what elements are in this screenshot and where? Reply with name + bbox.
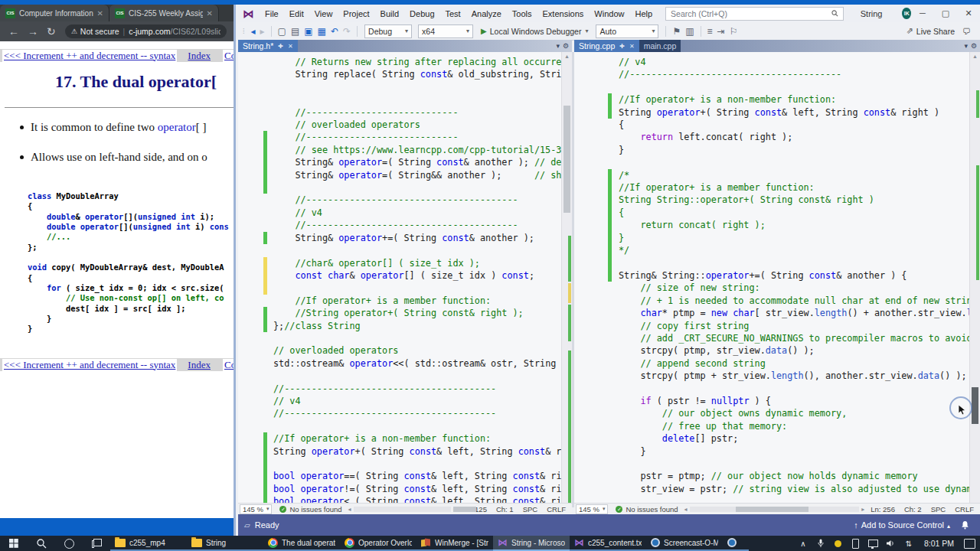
taskbar-search-icon[interactable] — [28, 536, 55, 551]
line-ending[interactable]: CRLF — [547, 505, 566, 514]
editor-options-icon[interactable]: ⚙ — [563, 42, 569, 50]
taskbar-button-visual-studio[interactable]: ⋈ String - Microsoft Vis... — [493, 536, 570, 551]
pin-icon[interactable]: ✚ — [278, 43, 283, 50]
build-icon[interactable]: ▥ — [685, 26, 694, 37]
taskbar-button-screencast-recorder[interactable] — [723, 536, 749, 551]
line-ending[interactable]: CRLF — [955, 505, 974, 514]
menu-file[interactable]: File — [260, 9, 284, 18]
notifications-bell-icon[interactable] — [961, 520, 969, 530]
navigate-back-icon[interactable]: ◂ — [251, 26, 256, 37]
close-icon[interactable]: ✕ — [288, 43, 293, 50]
menu-tools[interactable]: Tools — [507, 9, 537, 18]
menu-window[interactable]: Window — [589, 9, 629, 18]
horizontal-scrollbar[interactable]: ◂ ▸ — [684, 506, 865, 513]
horizontal-scrollbar[interactable]: ◂ ▸ — [348, 506, 457, 513]
microphone-icon[interactable] — [815, 539, 826, 548]
solution-config-dropdown[interactable]: Debug▾ — [364, 24, 412, 38]
start-button[interactable] — [0, 536, 28, 551]
menu-extensions[interactable]: Extensions — [537, 9, 590, 18]
cortana-reminder-icon[interactable] — [833, 540, 844, 547]
minimize-button[interactable]: ─ — [911, 8, 934, 18]
line-indicator[interactable]: Ln: 256 — [871, 505, 895, 514]
taskbar-button-chrome-dual-operator[interactable]: The dual operator[] id... — [263, 536, 340, 551]
scroll-right-icon[interactable]: ▸ — [861, 506, 864, 513]
editor-string-cpp[interactable]: // v4//---------------------------------… — [574, 52, 980, 507]
save-all-icon[interactable]: ▦ — [318, 26, 326, 37]
editor-options-icon[interactable]: ⚙ — [971, 42, 977, 50]
pin-icon[interactable]: ✚ — [619, 43, 625, 50]
next-page-link[interactable]: Conve — [223, 50, 234, 62]
prev-page-link[interactable]: <<< Increment ++ and decrement -- syntax — [2, 50, 177, 62]
menu-test[interactable]: Test — [440, 9, 466, 18]
save-icon[interactable]: ▣ — [304, 26, 312, 37]
scrollbar-thumb[interactable] — [453, 507, 476, 512]
menu-view[interactable]: View — [309, 9, 338, 18]
vertical-scrollbar[interactable]: ▲ — [969, 52, 980, 507]
address-bar[interactable]: ⚠ Not secure | c-jump.com /CIS62/L09slid… — [65, 24, 227, 38]
platform-dropdown[interactable]: x64▾ — [418, 24, 473, 38]
forward-icon[interactable]: → — [28, 25, 38, 37]
taskbar-clock[interactable]: 8:01 PM — [924, 539, 954, 548]
editor-string-h[interactable]: // Returns new string after replacing al… — [238, 52, 572, 507]
column-indicator[interactable]: Ch: 2 — [904, 505, 922, 514]
tab-string-cpp[interactable]: String.cpp ✚ ✕ — [574, 40, 639, 52]
menu-build[interactable]: Build — [375, 9, 404, 18]
menu-debug[interactable]: Debug — [404, 9, 439, 18]
add-to-source-control-button[interactable]: ↑Add to Source Control▴ — [854, 520, 950, 530]
live-share-button[interactable]: ⇗ Live Share 🗩 — [906, 26, 974, 36]
taskbar-button-winmerge[interactable]: WinMerge - [String.c... — [416, 536, 493, 551]
menu-analyze[interactable]: Analyze — [466, 9, 507, 18]
scrollbar-thumb[interactable] — [564, 106, 570, 213]
bookmark-icon[interactable]: ⚐ — [730, 26, 738, 37]
taskbar-button-c255-mp4[interactable]: c255_mp4 — [110, 536, 187, 551]
scroll-up-icon[interactable]: ▲ — [972, 54, 978, 59]
volume-icon[interactable] — [886, 540, 897, 547]
menu-help[interactable]: Help — [629, 9, 658, 18]
menu-project[interactable]: Project — [338, 9, 374, 18]
tab-overflow-icon[interactable]: ▾ — [964, 42, 968, 50]
back-icon[interactable]: ← — [8, 25, 19, 37]
taskbar-button-screencast[interactable]: Screencast-O-Matic - ... — [646, 536, 723, 551]
cortana-icon[interactable] — [55, 536, 83, 551]
new-file-icon[interactable]: ▢ — [278, 26, 286, 37]
close-button[interactable]: ✕ — [957, 8, 980, 18]
start-debugging-button[interactable]: ▶ Local Windows Debugger ▾ — [481, 27, 588, 36]
feedback-icon[interactable]: 🗩 — [962, 27, 971, 36]
outline-icon[interactable]: ≡ — [707, 26, 713, 37]
code-view[interactable]: // v4//---------------------------------… — [574, 52, 969, 507]
column-indicator[interactable]: Ch: 1 — [496, 505, 514, 514]
phone-icon[interactable] — [851, 539, 861, 549]
action-center-icon[interactable] — [964, 539, 975, 549]
tray-expand-icon[interactable]: ∧ — [798, 540, 808, 548]
attach-icon[interactable]: ⚑ — [672, 26, 681, 37]
code-view[interactable]: // Returns new string after replacing al… — [238, 52, 561, 507]
prev-page-link[interactable]: <<< Increment ++ and decrement -- syntax — [2, 359, 177, 371]
indent-icon[interactable]: ⇥ — [717, 26, 725, 37]
open-file-icon[interactable]: ▤ — [291, 26, 299, 37]
zoom-control[interactable]: 145 %▾ — [576, 504, 608, 514]
taskbar-button-string-folder[interactable]: String — [187, 536, 263, 551]
task-view-icon[interactable] — [83, 536, 110, 551]
scroll-up-icon[interactable]: ▲ — [564, 54, 570, 59]
close-tab-icon[interactable]: ✕ — [207, 9, 213, 18]
scrollbar-thumb[interactable] — [972, 387, 978, 424]
undo-icon[interactable]: ↶ — [331, 26, 338, 37]
index-link[interactable]: Index — [188, 359, 211, 371]
browser-tab-1[interactable]: CIS Computer Information System ✕ — [0, 5, 109, 21]
space-mode[interactable]: SPC — [523, 505, 538, 514]
scrollbar-thumb[interactable] — [736, 507, 808, 512]
taskbar-button-vs-c255-content[interactable]: ⋈ c255_content.txt - Mi... — [570, 536, 646, 551]
display-icon[interactable] — [868, 540, 879, 547]
tab-overflow-icon[interactable]: ▾ — [556, 42, 560, 50]
close-icon[interactable]: ✕ — [629, 43, 635, 50]
zoom-control[interactable]: 145 %▾ — [240, 504, 272, 514]
browser-tab-2[interactable]: CIS CIS-255 Weekly Assignments ✕ — [109, 5, 219, 21]
space-mode[interactable]: SPC — [931, 505, 946, 514]
menu-edit[interactable]: Edit — [284, 9, 309, 18]
quick-search-input[interactable]: Search (Ctrl+Q) — [665, 7, 844, 21]
index-link[interactable]: Index — [188, 50, 211, 62]
taskbar-button-chrome-operator-overloading[interactable]: Operator Overloading... — [340, 536, 416, 551]
tab-main-cpp[interactable]: main.cpp — [639, 40, 681, 52]
scroll-left-icon[interactable]: ◂ — [348, 506, 351, 513]
redo-icon[interactable]: ↷ — [343, 26, 351, 37]
